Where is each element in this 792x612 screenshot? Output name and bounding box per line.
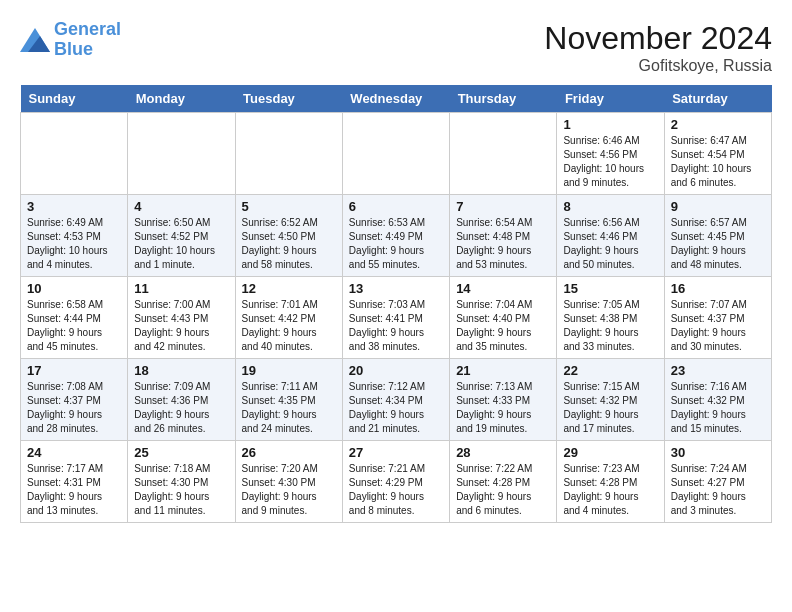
calendar-cell: 25Sunrise: 7:18 AM Sunset: 4:30 PM Dayli… [128,441,235,523]
weekday-header-monday: Monday [128,85,235,113]
day-number: 29 [563,445,657,460]
calendar-cell [342,113,449,195]
weekday-header-thursday: Thursday [450,85,557,113]
day-info: Sunrise: 6:57 AM Sunset: 4:45 PM Dayligh… [671,216,765,272]
calendar-cell: 7Sunrise: 6:54 AM Sunset: 4:48 PM Daylig… [450,195,557,277]
day-number: 6 [349,199,443,214]
location: Gofitskoye, Russia [544,57,772,75]
day-number: 8 [563,199,657,214]
day-info: Sunrise: 6:53 AM Sunset: 4:49 PM Dayligh… [349,216,443,272]
calendar-cell: 22Sunrise: 7:15 AM Sunset: 4:32 PM Dayli… [557,359,664,441]
day-info: Sunrise: 6:50 AM Sunset: 4:52 PM Dayligh… [134,216,228,272]
day-info: Sunrise: 7:15 AM Sunset: 4:32 PM Dayligh… [563,380,657,436]
month-title: November 2024 [544,20,772,57]
day-number: 20 [349,363,443,378]
calendar-week-row: 17Sunrise: 7:08 AM Sunset: 4:37 PM Dayli… [21,359,772,441]
day-number: 27 [349,445,443,460]
calendar-cell: 26Sunrise: 7:20 AM Sunset: 4:30 PM Dayli… [235,441,342,523]
calendar-cell: 16Sunrise: 7:07 AM Sunset: 4:37 PM Dayli… [664,277,771,359]
day-number: 24 [27,445,121,460]
day-info: Sunrise: 7:05 AM Sunset: 4:38 PM Dayligh… [563,298,657,354]
calendar-cell: 1Sunrise: 6:46 AM Sunset: 4:56 PM Daylig… [557,113,664,195]
title-block: November 2024 Gofitskoye, Russia [544,20,772,75]
calendar-cell: 23Sunrise: 7:16 AM Sunset: 4:32 PM Dayli… [664,359,771,441]
calendar-cell: 6Sunrise: 6:53 AM Sunset: 4:49 PM Daylig… [342,195,449,277]
day-info: Sunrise: 7:01 AM Sunset: 4:42 PM Dayligh… [242,298,336,354]
day-info: Sunrise: 7:13 AM Sunset: 4:33 PM Dayligh… [456,380,550,436]
calendar-cell: 21Sunrise: 7:13 AM Sunset: 4:33 PM Dayli… [450,359,557,441]
day-info: Sunrise: 7:03 AM Sunset: 4:41 PM Dayligh… [349,298,443,354]
day-number: 17 [27,363,121,378]
calendar-cell: 9Sunrise: 6:57 AM Sunset: 4:45 PM Daylig… [664,195,771,277]
calendar-cell: 28Sunrise: 7:22 AM Sunset: 4:28 PM Dayli… [450,441,557,523]
page-header: General Blue November 2024 Gofitskoye, R… [20,20,772,75]
calendar-cell: 10Sunrise: 6:58 AM Sunset: 4:44 PM Dayli… [21,277,128,359]
day-info: Sunrise: 6:56 AM Sunset: 4:46 PM Dayligh… [563,216,657,272]
day-info: Sunrise: 7:00 AM Sunset: 4:43 PM Dayligh… [134,298,228,354]
day-info: Sunrise: 7:04 AM Sunset: 4:40 PM Dayligh… [456,298,550,354]
day-info: Sunrise: 7:24 AM Sunset: 4:27 PM Dayligh… [671,462,765,518]
day-number: 7 [456,199,550,214]
calendar-cell: 8Sunrise: 6:56 AM Sunset: 4:46 PM Daylig… [557,195,664,277]
day-info: Sunrise: 6:54 AM Sunset: 4:48 PM Dayligh… [456,216,550,272]
day-info: Sunrise: 7:18 AM Sunset: 4:30 PM Dayligh… [134,462,228,518]
weekday-header-row: SundayMondayTuesdayWednesdayThursdayFrid… [21,85,772,113]
day-info: Sunrise: 6:46 AM Sunset: 4:56 PM Dayligh… [563,134,657,190]
calendar-cell: 2Sunrise: 6:47 AM Sunset: 4:54 PM Daylig… [664,113,771,195]
day-number: 26 [242,445,336,460]
day-info: Sunrise: 7:21 AM Sunset: 4:29 PM Dayligh… [349,462,443,518]
day-info: Sunrise: 7:12 AM Sunset: 4:34 PM Dayligh… [349,380,443,436]
calendar-cell: 24Sunrise: 7:17 AM Sunset: 4:31 PM Dayli… [21,441,128,523]
day-number: 23 [671,363,765,378]
day-info: Sunrise: 7:08 AM Sunset: 4:37 PM Dayligh… [27,380,121,436]
weekday-header-wednesday: Wednesday [342,85,449,113]
day-number: 19 [242,363,336,378]
day-number: 4 [134,199,228,214]
day-number: 12 [242,281,336,296]
day-number: 11 [134,281,228,296]
day-number: 9 [671,199,765,214]
day-info: Sunrise: 7:07 AM Sunset: 4:37 PM Dayligh… [671,298,765,354]
day-number: 10 [27,281,121,296]
calendar-week-row: 10Sunrise: 6:58 AM Sunset: 4:44 PM Dayli… [21,277,772,359]
calendar-cell: 29Sunrise: 7:23 AM Sunset: 4:28 PM Dayli… [557,441,664,523]
day-number: 1 [563,117,657,132]
logo-general: General [54,19,121,39]
day-info: Sunrise: 7:09 AM Sunset: 4:36 PM Dayligh… [134,380,228,436]
day-number: 25 [134,445,228,460]
weekday-header-saturday: Saturday [664,85,771,113]
calendar-cell: 14Sunrise: 7:04 AM Sunset: 4:40 PM Dayli… [450,277,557,359]
logo: General Blue [20,20,121,60]
calendar-cell: 17Sunrise: 7:08 AM Sunset: 4:37 PM Dayli… [21,359,128,441]
calendar-week-row: 3Sunrise: 6:49 AM Sunset: 4:53 PM Daylig… [21,195,772,277]
day-number: 14 [456,281,550,296]
day-number: 2 [671,117,765,132]
day-info: Sunrise: 6:52 AM Sunset: 4:50 PM Dayligh… [242,216,336,272]
day-number: 16 [671,281,765,296]
day-number: 18 [134,363,228,378]
day-number: 3 [27,199,121,214]
calendar-table: SundayMondayTuesdayWednesdayThursdayFrid… [20,85,772,523]
day-number: 5 [242,199,336,214]
weekday-header-sunday: Sunday [21,85,128,113]
logo-blue: Blue [54,39,93,59]
calendar-week-row: 1Sunrise: 6:46 AM Sunset: 4:56 PM Daylig… [21,113,772,195]
calendar-cell: 19Sunrise: 7:11 AM Sunset: 4:35 PM Dayli… [235,359,342,441]
weekday-header-friday: Friday [557,85,664,113]
logo-name: General Blue [54,20,121,60]
day-info: Sunrise: 6:47 AM Sunset: 4:54 PM Dayligh… [671,134,765,190]
calendar-cell: 18Sunrise: 7:09 AM Sunset: 4:36 PM Dayli… [128,359,235,441]
calendar-cell: 30Sunrise: 7:24 AM Sunset: 4:27 PM Dayli… [664,441,771,523]
calendar-week-row: 24Sunrise: 7:17 AM Sunset: 4:31 PM Dayli… [21,441,772,523]
calendar-cell: 27Sunrise: 7:21 AM Sunset: 4:29 PM Dayli… [342,441,449,523]
calendar-cell: 4Sunrise: 6:50 AM Sunset: 4:52 PM Daylig… [128,195,235,277]
calendar-cell [235,113,342,195]
day-info: Sunrise: 7:23 AM Sunset: 4:28 PM Dayligh… [563,462,657,518]
calendar-cell: 15Sunrise: 7:05 AM Sunset: 4:38 PM Dayli… [557,277,664,359]
day-info: Sunrise: 7:11 AM Sunset: 4:35 PM Dayligh… [242,380,336,436]
calendar-cell [128,113,235,195]
day-number: 22 [563,363,657,378]
logo-icon [20,28,50,52]
day-info: Sunrise: 7:17 AM Sunset: 4:31 PM Dayligh… [27,462,121,518]
day-info: Sunrise: 7:16 AM Sunset: 4:32 PM Dayligh… [671,380,765,436]
